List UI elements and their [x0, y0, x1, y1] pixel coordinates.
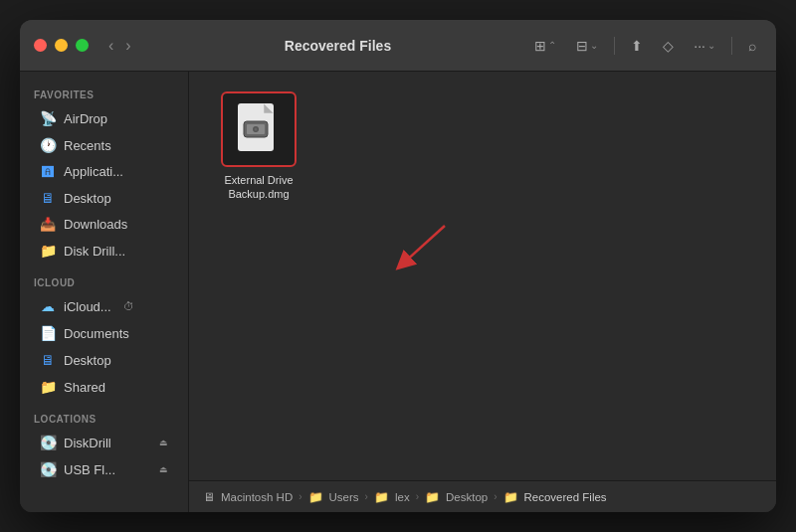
sidebar-item-desktop-fav[interactable]: 🖥 Desktop: [26, 185, 182, 211]
arrow-annotation: [373, 216, 453, 275]
forward-button[interactable]: ›: [121, 35, 134, 57]
toolbar-sep-1: [614, 37, 615, 55]
nav-buttons: ‹ ›: [104, 35, 135, 57]
sidebar-label-airdrop: AirDrop: [64, 111, 107, 126]
breadcrumb-recovered-files-label: Recovered Files: [524, 491, 607, 503]
diskdrill-loc-icon: 💽: [40, 435, 56, 450]
tag-icon: ◇: [663, 38, 674, 54]
recovered-files-folder-icon: 📁: [503, 490, 518, 504]
files-area: External DriveBackup.dmg: [189, 72, 776, 480]
sidebar-label-desktop-icloud: Desktop: [64, 353, 111, 368]
sep-1: ›: [298, 491, 301, 502]
sidebar: Favorites 📡 AirDrop 🕐 Recents 🅰 Applicat…: [20, 72, 189, 512]
share-icon: ⬆: [631, 38, 643, 54]
view-chevron: ⌃: [548, 40, 556, 51]
sidebar-label-downloads: Downloads: [64, 217, 127, 232]
sidebar-item-recents[interactable]: 🕐 Recents: [26, 132, 182, 158]
sidebar-section-locations: Locations: [20, 406, 188, 429]
sidebar-item-diskdrill-loc[interactable]: 💽 DiskDrill ⏏: [26, 430, 182, 455]
sidebar-item-desktop-icloud[interactable]: 🖥 Desktop: [26, 347, 182, 373]
applications-icon: 🅰: [40, 165, 56, 179]
diskdrill-fav-icon: 📁: [40, 243, 56, 259]
sidebar-item-usb[interactable]: 💽 USB Fl... ⏏: [26, 456, 182, 482]
main-content: External DriveBackup.dmg 🖥 Macintosh: [189, 72, 776, 512]
breadcrumb-users[interactable]: 📁 Users: [308, 490, 359, 504]
finder-window: ‹ › Recovered Files ⊞ ⌃ ⊟ ⌄ ⬆ ◇ ···: [20, 20, 776, 512]
sidebar-label-diskdrill-loc: DiskDrill: [64, 436, 111, 450]
recents-icon: 🕐: [40, 137, 56, 153]
sidebar-item-applications[interactable]: 🅰 Applicati...: [26, 159, 182, 184]
sidebar-item-diskdrill-fav[interactable]: 📁 Disk Drill...: [26, 238, 182, 264]
desktop-fav-icon: 🖥: [40, 190, 56, 206]
macintosh-hd-icon: 🖥: [203, 490, 215, 504]
breadcrumb-lex[interactable]: 📁 lex: [374, 490, 410, 504]
sidebar-item-documents[interactable]: 📄 Documents: [26, 320, 182, 346]
close-button[interactable]: [34, 39, 47, 52]
sidebar-label-applications: Applicati...: [64, 164, 123, 179]
fullscreen-button[interactable]: [76, 39, 89, 52]
breadcrumb-macintosh-hd[interactable]: 🖥 Macintosh HD: [203, 490, 293, 504]
toolbar-right: ⊞ ⌃ ⊟ ⌄ ⬆ ◇ ··· ⌄ ⌕: [528, 35, 762, 57]
view-icon-label: ⊞: [534, 38, 546, 54]
breadcrumb-desktop-label: Desktop: [446, 491, 488, 503]
more-button[interactable]: ··· ⌄: [688, 35, 721, 57]
airdrop-icon: 📡: [40, 110, 56, 126]
macintosh-hd-label: Macintosh HD: [221, 491, 293, 503]
view-list-button[interactable]: ⊟ ⌄: [570, 35, 604, 57]
view-list-label: ⊟: [576, 38, 588, 54]
svg-point-6: [255, 128, 258, 131]
statusbar: 🖥 Macintosh HD › 📁 Users › 📁 lex › 📁 Des…: [189, 480, 776, 512]
more-icon: ···: [694, 38, 705, 54]
documents-icon: 📄: [40, 325, 56, 341]
sidebar-label-diskdrill-fav: Disk Drill...: [64, 244, 125, 259]
sep-4: ›: [494, 491, 497, 502]
breadcrumb-recovered-files[interactable]: 📁 Recovered Files: [503, 490, 607, 504]
diskdrill-eject-icon[interactable]: ⏏: [159, 438, 168, 447]
window-title: Recovered Files: [285, 38, 391, 54]
icloud-icon: ☁: [40, 298, 56, 314]
breadcrumb-users-label: Users: [329, 491, 359, 503]
breadcrumb-desktop[interactable]: 📁 Desktop: [425, 490, 488, 504]
sep-2: ›: [365, 491, 368, 502]
sidebar-item-airdrop[interactable]: 📡 AirDrop: [26, 105, 182, 131]
sep-3: ›: [416, 491, 419, 502]
shared-icon: 📁: [40, 379, 56, 395]
sidebar-section-favorites: Favorites: [20, 82, 188, 104]
toolbar-sep-2: [731, 37, 732, 55]
search-icon: ⌕: [748, 38, 756, 54]
sidebar-label-icloud: iCloud...: [64, 299, 111, 314]
users-folder-icon: 📁: [308, 490, 323, 504]
desktop-icloud-icon: 🖥: [40, 352, 56, 368]
sidebar-label-desktop-fav: Desktop: [64, 191, 111, 206]
view-list-chevron: ⌄: [590, 40, 598, 51]
sidebar-item-downloads[interactable]: 📥 Downloads: [26, 212, 182, 237]
sidebar-label-usb: USB Fl...: [64, 462, 115, 477]
traffic-lights: [34, 39, 89, 52]
sidebar-label-shared: Shared: [64, 380, 105, 395]
titlebar: ‹ › Recovered Files ⊞ ⌃ ⊟ ⌄ ⬆ ◇ ···: [20, 20, 776, 72]
file-label-dmg: External DriveBackup.dmg: [224, 173, 293, 202]
sidebar-section-icloud: iCloud: [20, 269, 188, 292]
usb-icon: 💽: [40, 461, 56, 477]
view-icon-button[interactable]: ⊞ ⌃: [528, 35, 562, 57]
share-button[interactable]: ⬆: [625, 35, 649, 57]
file-icon-container: [221, 91, 297, 167]
search-button[interactable]: ⌕: [742, 35, 762, 57]
lex-folder-icon: 📁: [374, 490, 389, 504]
breadcrumb-lex-label: lex: [395, 491, 410, 503]
desktop-folder-icon: 📁: [425, 490, 440, 504]
sidebar-item-icloud[interactable]: ☁ iCloud... ⏱: [26, 293, 182, 319]
more-chevron: ⌄: [707, 40, 715, 51]
dmg-doc-icon: [236, 101, 282, 157]
usb-eject-icon[interactable]: ⏏: [159, 464, 168, 474]
sidebar-item-shared[interactable]: 📁 Shared: [26, 374, 182, 400]
content-area: Favorites 📡 AirDrop 🕐 Recents 🅰 Applicat…: [20, 72, 776, 512]
svg-line-8: [403, 226, 445, 264]
icloud-loader: ⏱: [123, 300, 134, 312]
sidebar-label-documents: Documents: [64, 326, 129, 341]
file-item-dmg[interactable]: External DriveBackup.dmg: [209, 91, 308, 202]
back-button[interactable]: ‹: [104, 35, 117, 57]
minimize-button[interactable]: [55, 39, 68, 52]
sidebar-label-recents: Recents: [64, 138, 111, 153]
tag-button[interactable]: ◇: [657, 35, 680, 57]
